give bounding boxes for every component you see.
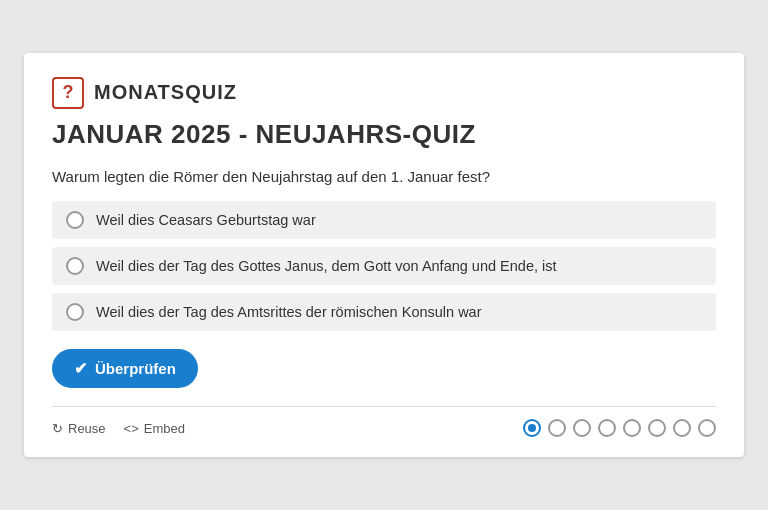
app-title: MONATSQUIZ — [94, 81, 237, 104]
option-2[interactable]: Weil dies der Tag des Gottes Janus, dem … — [52, 247, 716, 285]
quiz-card: ? MONATSQUIZ JANUAR 2025 - NEUJAHRS-QUIZ… — [24, 53, 744, 457]
embed-label: Embed — [144, 421, 185, 436]
footer: ↻ Reuse <> Embed — [52, 406, 716, 437]
pagination-dot-6[interactable] — [648, 419, 666, 437]
option-1[interactable]: Weil dies Ceasars Geburtstag war — [52, 201, 716, 239]
embed-icon: <> — [124, 421, 139, 436]
pagination-dot-8[interactable] — [698, 419, 716, 437]
verify-button[interactable]: ✔ Überprüfen — [52, 349, 198, 388]
quiz-options: Weil dies Ceasars Geburtstag war Weil di… — [52, 201, 716, 331]
pagination-dot-2[interactable] — [548, 419, 566, 437]
pagination-dot-1[interactable] — [523, 419, 541, 437]
embed-button[interactable]: <> Embed — [124, 421, 185, 436]
checkmark-icon: ✔ — [74, 359, 87, 378]
pagination-dot-5[interactable] — [623, 419, 641, 437]
header: ? MONATSQUIZ — [52, 77, 716, 109]
option-3[interactable]: Weil dies der Tag des Amtsrittes der röm… — [52, 293, 716, 331]
pagination-dot-3[interactable] — [573, 419, 591, 437]
verify-button-label: Überprüfen — [95, 360, 176, 377]
quiz-icon: ? — [52, 77, 84, 109]
option-2-text: Weil dies der Tag des Gottes Janus, dem … — [96, 258, 557, 274]
footer-actions: ↻ Reuse <> Embed — [52, 421, 185, 436]
quiz-question: Warum legten die Römer den Neujahrstag a… — [52, 166, 716, 187]
radio-2 — [66, 257, 84, 275]
radio-3 — [66, 303, 84, 321]
option-1-text: Weil dies Ceasars Geburtstag war — [96, 212, 316, 228]
pagination-dot-4[interactable] — [598, 419, 616, 437]
reuse-icon: ↻ — [52, 421, 63, 436]
radio-1 — [66, 211, 84, 229]
pagination — [523, 419, 716, 437]
reuse-label: Reuse — [68, 421, 106, 436]
quiz-title: JANUAR 2025 - NEUJAHRS-QUIZ — [52, 119, 716, 150]
reuse-button[interactable]: ↻ Reuse — [52, 421, 106, 436]
option-3-text: Weil dies der Tag des Amtsrittes der röm… — [96, 304, 482, 320]
pagination-dot-7[interactable] — [673, 419, 691, 437]
